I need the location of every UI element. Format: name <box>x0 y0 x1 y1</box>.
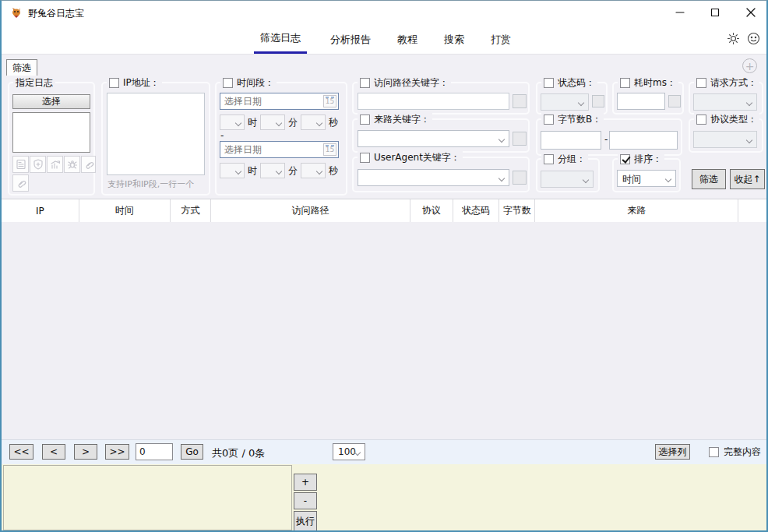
minus-button[interactable]: - <box>294 492 317 509</box>
app-window: 野兔谷日志宝 筛选日志 分析报告 教程 搜索 打赏 <box>0 0 768 532</box>
referer-keyword-options-button[interactable] <box>513 132 527 146</box>
hour-label: 时 <box>248 116 257 129</box>
minimize-button[interactable] <box>668 4 692 21</box>
status-code-combo[interactable] <box>541 93 589 111</box>
next-page-button[interactable]: > <box>74 444 97 460</box>
second-label: 秒 <box>329 164 338 178</box>
start-minute-combo[interactable] <box>260 115 285 130</box>
date-start-field[interactable]: 15 <box>220 93 339 110</box>
settings-gear-icon[interactable] <box>727 32 740 48</box>
sort-checkbox[interactable] <box>620 154 630 164</box>
useragent-keyword-checkbox[interactable] <box>360 153 370 163</box>
bytes-max-input[interactable] <box>609 131 678 150</box>
nav-tab-filter-logs[interactable]: 筛选日志 <box>254 24 307 54</box>
elapsed-input[interactable] <box>617 93 665 110</box>
useragent-keyword-combo[interactable] <box>358 169 509 186</box>
groupby-combo[interactable] <box>541 171 594 188</box>
first-page-button[interactable]: << <box>9 444 33 460</box>
sort-combo[interactable]: 时间 <box>617 170 676 187</box>
group-referer-keyword: 来路关键字： <box>352 118 530 153</box>
select-columns-button[interactable]: 选择列 <box>655 444 690 460</box>
page-size-combo[interactable]: 100 <box>333 443 365 460</box>
chevron-down-icon <box>276 120 282 126</box>
ip-textarea[interactable] <box>107 93 205 175</box>
spider-icon[interactable] <box>64 156 80 173</box>
end-second-combo[interactable] <box>301 163 326 178</box>
elapsed-options-button[interactable] <box>668 95 681 107</box>
path-keyword-checkbox[interactable] <box>360 78 370 88</box>
referer-keyword-checkbox[interactable] <box>360 115 370 125</box>
bottom-text-area[interactable] <box>3 465 292 530</box>
status-code-options-button[interactable] <box>592 95 604 107</box>
main-nav: 筛选日志 分析报告 教程 搜索 打赏 <box>2 24 766 54</box>
column-header-referer[interactable]: 来路 <box>535 199 738 222</box>
method-combo[interactable] <box>693 93 757 111</box>
last-page-button[interactable]: >> <box>105 444 129 460</box>
status-code-checkbox[interactable] <box>544 78 554 88</box>
full-content-checkbox[interactable] <box>709 447 719 457</box>
shield-plus-icon[interactable] <box>30 156 46 173</box>
calendar-icon[interactable]: 15 <box>323 95 336 107</box>
time-range-checkbox[interactable] <box>223 78 233 88</box>
column-header-time[interactable]: 时间 <box>79 199 171 222</box>
column-header-method[interactable]: 方式 <box>171 199 211 222</box>
group-log-title: 指定日志 <box>16 76 53 90</box>
report-icon[interactable] <box>12 156 29 173</box>
protocol-combo[interactable] <box>693 131 757 148</box>
group-groupby: 分组： <box>536 158 600 192</box>
add-tab-icon[interactable]: + <box>742 58 757 73</box>
column-header-path[interactable]: 访问路径 <box>211 199 410 222</box>
calendar-icon[interactable]: 15 <box>323 143 336 156</box>
app-logo-icon <box>9 5 23 19</box>
link-alt-icon[interactable] <box>12 174 29 192</box>
execute-button[interactable]: 执行 <box>294 511 317 531</box>
referer-keyword-combo[interactable] <box>358 130 509 147</box>
column-header-status[interactable]: 状态码 <box>453 199 500 222</box>
log-list-box[interactable] <box>12 112 90 153</box>
maximize-button[interactable] <box>703 4 727 21</box>
useragent-keyword-options-button[interactable] <box>513 171 527 185</box>
collapse-button[interactable]: 收起↑ <box>730 169 765 189</box>
date-end-input[interactable] <box>220 142 338 157</box>
go-button[interactable]: Go <box>181 444 203 460</box>
nav-tab-analysis-report[interactable]: 分析报告 <box>327 26 374 53</box>
tab-filter[interactable]: 筛选 <box>6 59 37 76</box>
chart-icon[interactable] <box>47 156 63 173</box>
chevron-down-icon <box>235 168 241 174</box>
path-keyword-options-button[interactable] <box>513 94 527 108</box>
nav-tab-tutorial[interactable]: 教程 <box>394 26 421 53</box>
method-checkbox[interactable] <box>696 78 706 88</box>
nav-tab-donate[interactable]: 打赏 <box>488 26 514 53</box>
elapsed-checkbox[interactable] <box>620 78 630 88</box>
bytes-checkbox[interactable] <box>544 115 554 125</box>
path-keyword-input[interactable] <box>358 93 509 110</box>
start-second-combo[interactable] <box>301 115 326 130</box>
date-start-input[interactable] <box>220 93 338 109</box>
end-hour-combo[interactable] <box>220 163 245 178</box>
bytes-min-input[interactable] <box>541 131 601 150</box>
page-number-input[interactable] <box>136 443 173 460</box>
plus-button[interactable]: + <box>294 474 317 491</box>
groupby-checkbox[interactable] <box>544 154 554 164</box>
column-header-bytes[interactable]: 字节数 <box>499 199 535 222</box>
chevron-down-icon <box>498 136 505 143</box>
minute-label: 分 <box>288 164 298 178</box>
protocol-checkbox[interactable] <box>696 115 706 125</box>
range-dash: - <box>220 130 224 141</box>
bytes-dash: - <box>604 134 608 145</box>
page-size-value: 100 <box>338 446 356 457</box>
link-icon[interactable] <box>81 156 96 173</box>
close-button[interactable] <box>738 4 763 21</box>
choose-log-button[interactable]: 选择 <box>12 94 90 109</box>
date-end-field[interactable]: 15 <box>220 141 339 158</box>
full-content-label: 完整内容 <box>724 446 761 459</box>
prev-page-button[interactable]: < <box>42 444 65 460</box>
smiley-icon[interactable] <box>747 32 760 48</box>
ip-checkbox[interactable] <box>109 78 119 88</box>
column-header-ip[interactable]: IP <box>2 199 79 222</box>
nav-tab-search[interactable]: 搜索 <box>441 26 467 53</box>
column-header-protocol[interactable]: 协议 <box>410 199 453 222</box>
start-hour-combo[interactable] <box>220 115 245 130</box>
end-minute-combo[interactable] <box>260 163 285 178</box>
filter-button[interactable]: 筛选 <box>692 169 726 189</box>
